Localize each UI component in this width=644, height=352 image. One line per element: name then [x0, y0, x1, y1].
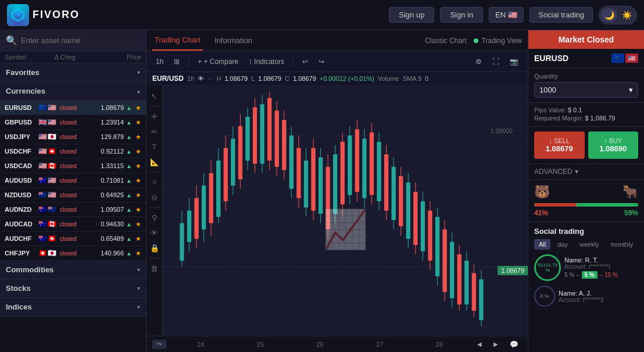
social-tab-weekly[interactable]: weekly: [575, 239, 604, 250]
pair-name: EUR/USD: [152, 74, 184, 83]
eye-tool-button[interactable]: 👁: [148, 226, 162, 240]
star-icon: ★: [135, 162, 141, 170]
asset-row-usdchf[interactable]: USDCHF 🇺🇸🇨🇭 closed 0.92112 ▲ ★: [0, 144, 146, 159]
signin-button[interactable]: Sign in: [440, 7, 483, 23]
trader-row-2: 0 % Name: A. J. Account: f*******3: [534, 286, 638, 307]
language-selector[interactable]: EN 🇺🇸: [489, 7, 524, 23]
quantity-label: Quantity: [534, 73, 638, 80]
redo-button[interactable]: ↪: [315, 55, 328, 68]
chart-body: ↖ ✛ ✏ T 📐 ⌗ ⊖ ⚲ 👁 🔒 🗑: [146, 86, 528, 336]
chart-toolbar: 1h ⊞ + + Compare ⫶ Indicators ↩ ↪ ⚙ ⛶ 📷: [146, 51, 528, 72]
tab-information[interactable]: Information: [212, 30, 255, 51]
star-icon: ★: [135, 119, 141, 126]
arrow-up-icon: ▲: [126, 163, 132, 169]
svg-text:1.09000: 1.09000: [491, 127, 513, 134]
timeframe-1h-button[interactable]: 1h: [152, 55, 167, 68]
margin-label: Required Margin:: [534, 115, 583, 122]
chevron-up-icon: ▴: [137, 88, 140, 94]
cursor-tool-button[interactable]: ↖: [148, 89, 162, 103]
star-icon: ★: [135, 104, 141, 112]
classic-chart-label[interactable]: Classic Chart: [425, 37, 466, 45]
margin-value: $ 1,086.79: [585, 115, 615, 122]
interval-button[interactable]: ⊞: [170, 55, 183, 68]
buy-button[interactable]: ↑ BUY 1.08690: [588, 131, 639, 159]
pips-label: Pips Value:: [534, 106, 566, 113]
comment-button[interactable]: 💬: [506, 338, 522, 351]
chevron-down-icon: ▾: [137, 266, 140, 273]
magnet-tool-button[interactable]: ⚲: [148, 211, 162, 225]
delete-tool-button[interactable]: 🗑: [148, 261, 162, 275]
scroll-right-button[interactable]: ▶: [490, 339, 502, 350]
tab-trading-chart[interactable]: Trading Chart: [152, 30, 203, 51]
star-icon: ★: [135, 177, 141, 184]
star-icon: ★: [135, 148, 141, 155]
toolbar-separator: [188, 56, 189, 67]
section-stocks[interactable]: Stocks ▾: [0, 279, 146, 298]
section-currencies[interactable]: Currencies ▴: [0, 82, 146, 101]
indicators-button[interactable]: ⫶ Indicators: [245, 55, 288, 68]
search-icon: 🔍: [6, 35, 17, 46]
asset-row-nzdusd[interactable]: NZDUSD 🇳🇿🇺🇸 closed 0.64925 ▲ ★: [0, 188, 146, 202]
indicators-icon: ⫶: [249, 58, 252, 66]
settings-button[interactable]: ⚙: [472, 55, 485, 68]
scroll-left-button[interactable]: ◀: [474, 339, 485, 350]
quantity-select[interactable]: 1000 ▾: [534, 82, 638, 98]
asset-row-eurusd[interactable]: EURUSD 🇪🇺🇺🇸 closed 1.08679 ▲ ★: [0, 101, 146, 115]
c-value: 1.08679: [293, 75, 316, 82]
asset-row-audcad[interactable]: AUDCAD 🇦🇺🇨🇦 closed 0.94630 ▲ ★: [0, 217, 146, 232]
asset-row-chfjpy[interactable]: CHFJPY 🇨🇭🇯🇵 closed 140.966 ▲ ★: [0, 246, 146, 261]
section-favorites[interactable]: Favorites ▾: [0, 63, 146, 82]
toolbar-sep: [149, 106, 160, 106]
us-flag-icon: 🇺🇸: [625, 54, 638, 63]
h-value: 1.08679: [224, 75, 248, 82]
chevron-down-icon: ▾: [575, 168, 578, 176]
crosshair-tool-button[interactable]: ✛: [148, 109, 162, 123]
draw-tool-button[interactable]: ⌗: [148, 175, 162, 189]
trader-info-2: Name: A. J. Account: f*******3: [559, 290, 638, 303]
social-trading-button[interactable]: Social trading: [529, 7, 593, 23]
plus-icon: +: [198, 58, 202, 66]
timeframe-label: 1h: [187, 75, 194, 82]
top-nav: FIVORO Sign up Sign in EN 🇺🇸 Social trad…: [0, 0, 644, 30]
asset-row-audchf[interactable]: AUDCHF 🇦🇺🇨🇭 closed 0.65489 ▲ ★: [0, 232, 146, 246]
asset-row-audusd[interactable]: AUDUSD 🇦🇺🇺🇸 closed 0.71081 ▲ ★: [0, 173, 146, 188]
search-input[interactable]: [21, 36, 140, 45]
social-tab-monthly[interactable]: monthly: [606, 239, 638, 250]
social-trading-section: Social trading All day weekly monthly 51…: [528, 222, 644, 316]
bear-icon: 🐻: [534, 184, 550, 200]
sentiment-icons: 🐻 🐂: [534, 184, 638, 200]
screenshot-button[interactable]: 📷: [506, 55, 522, 68]
chart-tab-right: Classic Chart Trading View: [425, 37, 522, 45]
asset-row-usdjpy[interactable]: USDJPY 🇺🇸🇯🇵 closed 129.879 ▲ ★: [0, 130, 146, 144]
sell-direction-label: ↓ SELL: [538, 137, 581, 144]
chart-canvas-container[interactable]: 1.09000: [163, 86, 528, 336]
lock-tool-button[interactable]: 🔒: [148, 241, 162, 255]
measure-tool-button[interactable]: 📐: [148, 155, 162, 169]
sell-button[interactable]: ↓ SELL 1.08679: [534, 131, 585, 159]
pips-info: Pips Value: $ 0.1 Required Margin: $ 1,0…: [528, 103, 644, 127]
asset-row-usdcad[interactable]: USDCAD 🇺🇸🇨🇦 closed 1.33115 ▲ ★: [0, 159, 146, 173]
col-chng: Δ Chng: [55, 54, 92, 61]
compare-button[interactable]: + + Compare: [194, 55, 242, 68]
section-indices[interactable]: Indices ▾: [0, 298, 146, 317]
section-commodities[interactable]: Commodities ▾: [0, 261, 146, 279]
signup-button[interactable]: Sign up: [389, 7, 434, 23]
light-theme-button[interactable]: ☀️: [618, 8, 635, 22]
social-tab-all[interactable]: All: [534, 239, 550, 250]
trading-view-label[interactable]: Trading View: [482, 37, 522, 45]
text-tool-button[interactable]: T: [148, 140, 162, 154]
fullscreen-button[interactable]: ⛶: [489, 55, 503, 68]
pencil-tool-button[interactable]: ✏: [148, 125, 162, 138]
sidebar-scroll: Favorites ▾ Currencies ▴ EURUSD 🇪🇺🇺🇸 clo…: [0, 63, 146, 352]
zoom-minus-button[interactable]: ⊖: [148, 190, 162, 204]
chevron-down-icon: ▾: [137, 304, 140, 310]
date-axis: 24 25 26 27 28: [171, 341, 469, 348]
dark-theme-button[interactable]: 🌙: [601, 8, 617, 22]
pips-value: $ 0.1: [568, 106, 582, 113]
asset-row-gbpusd[interactable]: GBPUSD 🇬🇧🇺🇸 closed 1.23914 ▲ ★: [0, 115, 146, 130]
buy-direction-label: ↑ BUY: [592, 137, 635, 144]
advanced-section[interactable]: ADVANCED ▾: [528, 164, 644, 180]
social-tab-day[interactable]: day: [553, 239, 573, 250]
undo-button[interactable]: ↩: [299, 55, 312, 68]
asset-row-audnzd[interactable]: AUDNZD 🇦🇺🇳🇿 closed 1.09507 ▲ ★: [0, 202, 146, 217]
